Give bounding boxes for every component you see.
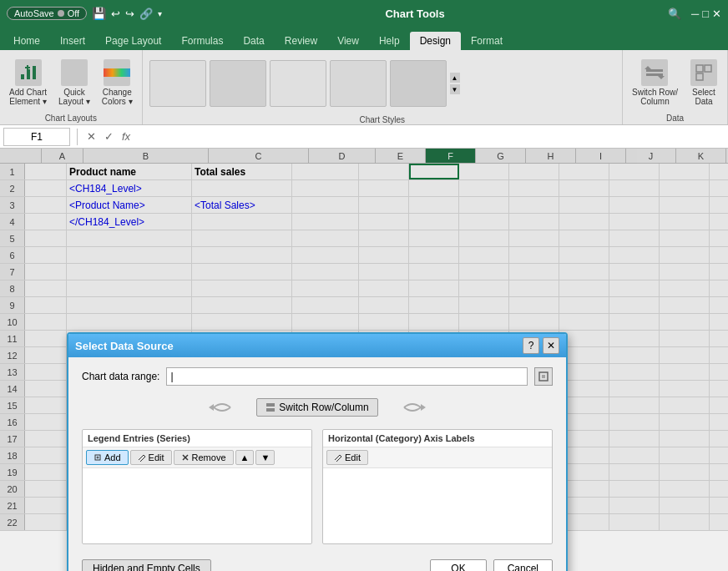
dialog-title: Select Data Source <box>75 340 174 352</box>
undo-icon[interactable]: ↩ <box>111 8 120 20</box>
remove-btn-label: Remove <box>192 452 226 462</box>
formula-check[interactable]: ✓ <box>102 130 116 143</box>
arrow-right-btn[interactable] <box>392 396 433 419</box>
ribbon: Add ChartElement ▾ QuickLayout ▾ ChangeC… <box>0 50 728 125</box>
svg-rect-0 <box>21 74 24 79</box>
tab-help[interactable]: Help <box>369 32 410 50</box>
add-icon <box>94 453 102 462</box>
quick-layout-button[interactable]: QuickLayout ▾ <box>54 57 94 109</box>
svg-rect-17 <box>266 408 275 412</box>
switch-row-column-dialog-btn[interactable]: Switch Row/Column <box>256 398 377 417</box>
styles-scroll: ▲ ▼ <box>450 73 460 94</box>
select-data-icon <box>690 59 717 86</box>
name-box[interactable] <box>3 128 70 146</box>
tab-insert[interactable]: Insert <box>50 32 95 50</box>
chart-style-3[interactable] <box>270 60 326 107</box>
chart-style-5[interactable] <box>390 60 447 107</box>
add-chart-element-button[interactable]: Add ChartElement ▾ <box>5 57 51 109</box>
add-series-btn[interactable]: Add <box>86 450 129 465</box>
series-and-axis-cols: Legend Entries (Series) Add <box>82 429 553 544</box>
switch-icon <box>641 59 668 86</box>
svg-rect-6 <box>646 73 663 76</box>
chart-data-range-input[interactable] <box>166 367 528 386</box>
macro-icon[interactable]: 🔗 <box>139 8 153 20</box>
chart-style-4[interactable] <box>330 60 387 107</box>
maximize-btn[interactable]: □ <box>702 8 709 20</box>
dialog-titlebar: Select Data Source ? ✕ <box>68 334 566 357</box>
quick-layout-icon <box>61 59 88 86</box>
change-colors-label: ChangeColors ▾ <box>102 88 133 106</box>
tab-home[interactable]: Home <box>3 32 50 50</box>
switch-svg <box>645 63 665 83</box>
switch-btn-label: Switch Row/Column <box>279 402 368 413</box>
formula-fx[interactable]: fx <box>119 130 133 143</box>
remove-series-btn[interactable]: Remove <box>174 450 234 465</box>
range-picker-btn[interactable] <box>534 367 553 386</box>
edit-btn-label: Edit <box>149 452 164 462</box>
edit-axis-btn[interactable]: Edit <box>326 450 368 465</box>
tab-design[interactable]: Design <box>410 32 461 50</box>
styles-scroll-up[interactable]: ▲ <box>450 73 460 83</box>
autosave-dot <box>58 10 64 17</box>
chart-layouts-label: Chart Layouts <box>45 114 97 123</box>
range-picker-icon <box>538 371 549 382</box>
ribbon-tabs: Home Insert Page Layout Formulas Data Re… <box>0 27 728 50</box>
spreadsheet-area: A B C D E F G H I J K 1 Product name Tot… <box>0 149 728 531</box>
move-up-btn[interactable]: ▲ <box>235 450 255 465</box>
tab-formulas[interactable]: Formulas <box>171 32 233 50</box>
close-btn[interactable]: ✕ <box>712 8 721 20</box>
arrow-left-btn[interactable] <box>201 396 243 419</box>
dialog-footer: Hidden and Empty Cells OK Cancel <box>82 554 553 571</box>
window-controls: 🔍 ─ □ ✕ <box>668 8 721 20</box>
formula-bar: ✕ ✓ fx <box>0 125 728 149</box>
dialog-close-btn[interactable]: ✕ <box>543 337 559 354</box>
legend-entries-panel: Legend Entries (Series) Add <box>82 429 312 544</box>
data-label: Data <box>666 114 684 123</box>
tab-page-layout[interactable]: Page Layout <box>95 32 171 50</box>
add-chart-svg <box>18 63 38 83</box>
hidden-cells-btn[interactable]: Hidden and Empty Cells <box>82 559 211 571</box>
dialog-action-buttons: OK Cancel <box>430 559 553 571</box>
search-icon[interactable]: 🔍 <box>668 8 681 20</box>
save-icon[interactable]: 💾 <box>92 7 106 20</box>
switch-row-column-button[interactable]: Switch Row/Column <box>628 57 682 109</box>
legend-toolbar: Add Edit <box>83 447 311 468</box>
dialog-body: Chart data range: <box>68 357 566 571</box>
axis-toolbar: Edit <box>323 447 552 468</box>
svg-rect-1 <box>27 69 30 79</box>
dropdown-icon[interactable]: ▾ <box>158 9 162 18</box>
styles-scroll-down[interactable]: ▼ <box>450 84 460 94</box>
svg-rect-10 <box>705 65 711 72</box>
move-down-btn[interactable]: ▼ <box>255 450 275 465</box>
axis-header: Horizontal (Category) Axis Labels <box>323 430 552 447</box>
cancel-button[interactable]: Cancel <box>493 559 553 571</box>
tab-view[interactable]: View <box>327 32 369 50</box>
arrow-left-svg <box>205 397 239 417</box>
chart-style-1[interactable] <box>149 60 206 107</box>
add-btn-label: Add <box>104 452 121 462</box>
ok-button[interactable]: OK <box>430 559 486 571</box>
svg-rect-16 <box>266 403 275 407</box>
redo-icon[interactable]: ↪ <box>125 8 134 20</box>
minimize-btn[interactable]: ─ <box>691 8 699 20</box>
edit-series-btn[interactable]: Edit <box>130 450 172 465</box>
tab-data[interactable]: Data <box>233 32 274 50</box>
autosave-badge[interactable]: AutoSave Off <box>7 7 87 20</box>
title-bar: AutoSave Off 💾 ↩ ↪ 🔗 ▾ Chart Tools 🔍 ─ □… <box>0 0 728 27</box>
svg-rect-2 <box>33 66 36 79</box>
select-data-button[interactable]: SelectData <box>685 57 722 109</box>
tab-format[interactable]: Format <box>461 32 513 50</box>
switch-row-col-label: Switch Row/Column <box>632 88 678 106</box>
formula-input[interactable] <box>136 128 725 146</box>
chart-style-2[interactable] <box>210 60 266 107</box>
legend-list <box>83 468 311 543</box>
change-colors-button[interactable]: ChangeColors ▾ <box>98 57 137 109</box>
dialog-overlay: Select Data Source ? ✕ Chart data range: <box>0 149 728 531</box>
formula-cross[interactable]: ✕ <box>84 130 99 143</box>
chart-styles-label: Chart Styles <box>146 115 619 124</box>
chart-styles-area: ▲ ▼ <box>146 53 619 114</box>
legend-header: Legend Entries (Series) <box>83 430 311 447</box>
dialog-help-btn[interactable]: ? <box>523 337 539 354</box>
tab-review[interactable]: Review <box>275 32 327 50</box>
select-data-svg <box>694 63 714 83</box>
